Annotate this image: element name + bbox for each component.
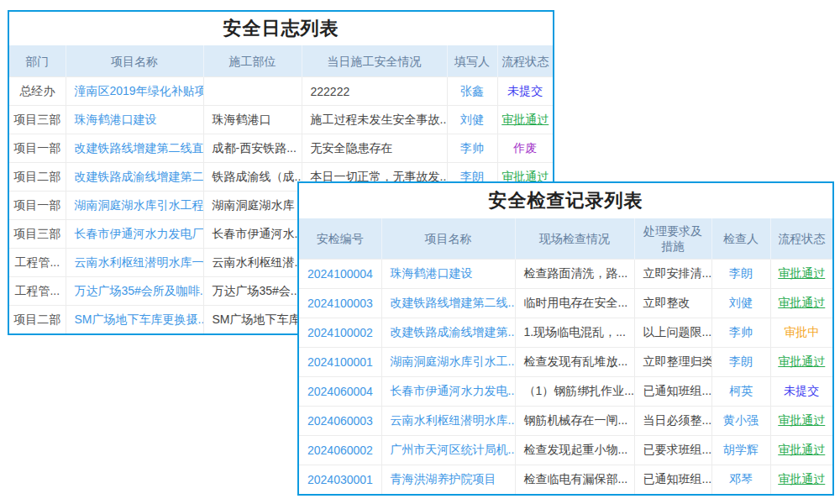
cell-department: 项目一部 — [9, 192, 66, 220]
inspection-record-title: 安全检查记录列表 — [299, 183, 832, 218]
cell-measure: 已通知班组... — [634, 465, 711, 495]
cell-inspection-number-link[interactable]: 2024100002 — [299, 318, 381, 348]
inspection-header-row: 安检编号项目名称现场检查情况处理要求及措施检查人流程状态 — [299, 218, 832, 260]
cell-measure: 立即安排清... — [634, 260, 711, 289]
cell-writer-link[interactable]: 张鑫 — [447, 77, 497, 106]
inspection-record-table: 安检编号项目名称现场检查情况处理要求及措施检查人流程状态 2024100004珠… — [299, 218, 832, 494]
cell-flow-status[interactable]: 审批通过 — [770, 260, 832, 289]
cell-construction-part — [203, 77, 302, 106]
table-row: 2024100001湖南洞庭湖水库引水工...检查发现有乱堆放...立即整理归类… — [299, 348, 832, 377]
cell-department: 项目二部 — [9, 306, 66, 334]
cell-site-inspection: 检查路面清洗，路... — [515, 260, 634, 289]
table-row: 2024060002广州市天河区统计局机...检查发现起重小物...已要求班组.… — [299, 436, 832, 465]
cell-inspection-number-link[interactable]: 2024060002 — [299, 436, 381, 465]
cell-flow-status[interactable]: 审批通过 — [770, 465, 832, 495]
column-header: 处理要求及措施 — [634, 218, 711, 260]
inspection-body: 2024100004珠海鹤港口建设检查路面清洗，路...立即安排清...李朗审批… — [299, 260, 832, 495]
cell-department: 工程管... — [9, 277, 66, 306]
cell-inspector-link[interactable]: 李朗 — [711, 260, 770, 289]
cell-project-link[interactable]: 湖南洞庭湖水库引水工... — [381, 348, 515, 377]
cell-project-link[interactable]: 云南水利枢纽潜明水库一... — [66, 249, 203, 277]
cell-construction-part: 云南水利枢纽潜... — [203, 249, 302, 277]
cell-department: 总经办 — [9, 77, 66, 106]
cell-flow-status[interactable]: 审批通过 — [770, 289, 832, 318]
cell-construction-part: 成都-西安铁路... — [203, 134, 302, 163]
cell-site-inspection: 检查临电有漏保部... — [515, 465, 634, 495]
cell-project-link[interactable]: 青海洪湖养护院项目 — [381, 465, 515, 495]
safety-log-title: 安全日志列表 — [9, 12, 553, 45]
column-header: 流程状态 — [770, 218, 832, 260]
cell-site-inspection: （1）钢筋绑扎作业... — [515, 377, 634, 407]
cell-project-link[interactable]: 长春市伊通河水力发电... — [381, 377, 515, 407]
inspection-record-panel: 安全检查记录列表 安检编号项目名称现场检查情况处理要求及措施检查人流程状态 20… — [297, 181, 834, 496]
cell-measure: 以上问题限... — [634, 318, 711, 348]
column-header: 填写人 — [447, 45, 497, 77]
cell-flow-status: 未提交 — [497, 77, 553, 106]
cell-measure: 已要求班组... — [634, 436, 711, 465]
cell-inspector-link[interactable]: 黄小强 — [711, 407, 770, 436]
cell-flow-status: 审批中 — [770, 318, 832, 348]
cell-inspector-link[interactable]: 邓琴 — [711, 465, 770, 495]
cell-site-inspection: 检查发现有乱堆放... — [515, 348, 634, 377]
cell-inspection-number-link[interactable]: 2024030001 — [299, 465, 381, 495]
cell-writer-link[interactable]: 李帅 — [447, 134, 497, 163]
cell-flow-status[interactable]: 审批通过 — [770, 348, 832, 377]
cell-project-link[interactable]: 改建铁路线增建第二线... — [381, 289, 515, 318]
column-header: 检查人 — [711, 218, 770, 260]
cell-inspection-number-link[interactable]: 2024060004 — [299, 377, 381, 407]
cell-site-inspection: 检查发现起重小物... — [515, 436, 634, 465]
cell-flow-status: 作废 — [497, 134, 553, 163]
table-row: 2024030001青海洪湖养护院项目检查临电有漏保部...已通知班组...邓琴… — [299, 465, 832, 495]
column-header: 现场检查情况 — [515, 218, 634, 260]
column-header: 施工部位 — [203, 45, 302, 77]
cell-writer-link[interactable]: 刘健 — [447, 106, 497, 134]
cell-inspector-link[interactable]: 李帅 — [711, 318, 770, 348]
cell-site-inspection: 钢筋机械存在一闸... — [515, 407, 634, 436]
cell-project-link[interactable]: 改建铁路成渝线增建第二... — [66, 163, 203, 192]
cell-flow-status: 未提交 — [770, 377, 832, 407]
cell-site-inspection: 1.现场临电混乱，... — [515, 318, 634, 348]
column-header: 流程状态 — [497, 45, 553, 77]
cell-department: 项目三部 — [9, 106, 66, 134]
cell-project-link[interactable]: 云南水利枢纽潜明水库... — [381, 407, 515, 436]
column-header: 当日施工安全情况 — [302, 45, 447, 77]
cell-project-link[interactable]: SM广场地下车库更换摄... — [66, 306, 203, 334]
cell-project-link[interactable]: 湖南洞庭湖水库引水工程... — [66, 192, 203, 220]
cell-construction-part: 长春市伊通河水... — [203, 220, 302, 249]
cell-construction-part: 珠海鹤港口 — [203, 106, 302, 134]
cell-flow-status[interactable]: 审批通过 — [497, 106, 553, 134]
table-row: 项目一部改建铁路线增建第二线直...成都-西安铁路...无安全隐患存在李帅作废 — [9, 134, 553, 163]
cell-project-link[interactable]: 潼南区2019年绿化补贴项... — [66, 77, 203, 106]
cell-project-link[interactable]: 珠海鹤港口建设 — [381, 260, 515, 289]
cell-inspector-link[interactable]: 刘健 — [711, 289, 770, 318]
cell-inspector-link[interactable]: 胡学辉 — [711, 436, 770, 465]
cell-project-link[interactable]: 珠海鹤港口建设 — [66, 106, 203, 134]
cell-inspection-number-link[interactable]: 2024060003 — [299, 407, 381, 436]
cell-inspection-number-link[interactable]: 2024100004 — [299, 260, 381, 289]
cell-project-link[interactable]: 改建铁路成渝线增建第... — [381, 318, 515, 348]
column-header: 项目名称 — [381, 218, 515, 260]
cell-flow-status[interactable]: 审批通过 — [770, 436, 832, 465]
cell-construction-part: SM广场地下车库 — [203, 306, 302, 334]
cell-inspection-number-link[interactable]: 2024100003 — [299, 289, 381, 318]
table-row: 2024060003云南水利枢纽潜明水库...钢筋机械存在一闸...当日必须整.… — [299, 407, 832, 436]
cell-inspector-link[interactable]: 柯英 — [711, 377, 770, 407]
table-row: 项目三部珠海鹤港口建设珠海鹤港口施工过程未发生安全事故...刘健审批通过 — [9, 106, 553, 134]
cell-department: 项目三部 — [9, 220, 66, 249]
cell-project-link[interactable]: 万达广场35#会所及咖啡... — [66, 277, 203, 306]
table-row: 2024100004珠海鹤港口建设检查路面清洗，路...立即安排清...李朗审批… — [299, 260, 832, 289]
cell-project-link[interactable]: 长春市伊通河水力发电厂... — [66, 220, 203, 249]
column-header: 部门 — [9, 45, 66, 77]
table-row: 2024100003改建铁路线增建第二线...临时用电存在安全...立即整改刘健… — [299, 289, 832, 318]
cell-inspector-link[interactable]: 李朗 — [711, 348, 770, 377]
cell-flow-status[interactable]: 审批通过 — [770, 407, 832, 436]
table-row: 总经办潼南区2019年绿化补贴项...222222张鑫未提交 — [9, 77, 553, 106]
cell-safety-situation: 施工过程未发生安全事故... — [302, 106, 447, 134]
column-header: 项目名称 — [66, 45, 203, 77]
cell-inspection-number-link[interactable]: 2024100001 — [299, 348, 381, 377]
cell-construction-part: 湖南洞庭湖水库 — [203, 192, 302, 220]
safety-log-header-row: 部门项目名称施工部位当日施工安全情况填写人流程状态 — [9, 45, 553, 77]
cell-project-link[interactable]: 广州市天河区统计局机... — [381, 436, 515, 465]
cell-construction-part: 万达广场35#会... — [203, 277, 302, 306]
cell-project-link[interactable]: 改建铁路线增建第二线直... — [66, 134, 203, 163]
